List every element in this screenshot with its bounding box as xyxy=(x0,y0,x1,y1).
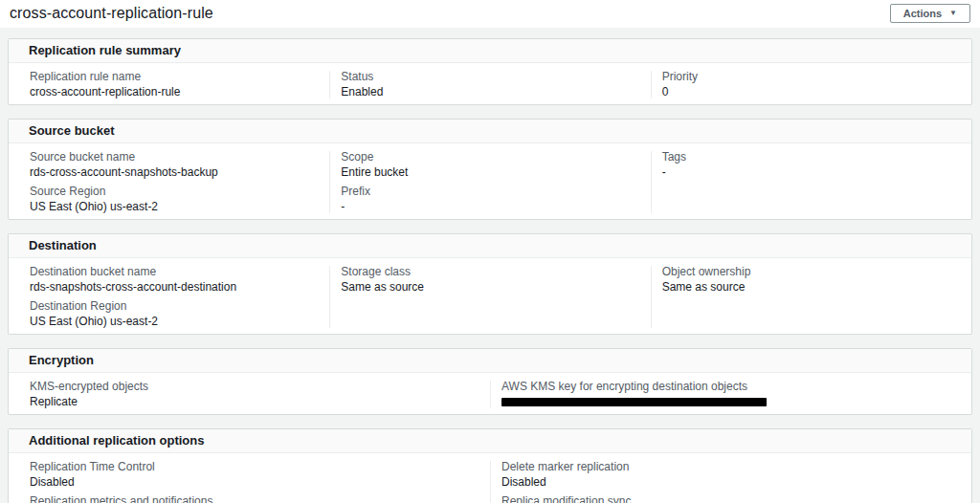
field-value: Enabled xyxy=(341,86,635,98)
field-label: Object ownership xyxy=(662,266,956,278)
field-replication-rule-name: Replication rule name cross-account-repl… xyxy=(30,71,314,98)
field-replication-metrics: Replication metrics and notifications En… xyxy=(30,495,475,503)
field-value: Disabled xyxy=(501,476,956,489)
field-object-ownership: Object ownership Same as source xyxy=(662,266,956,294)
section-body: Source bucket name rds-cross-account-sna… xyxy=(9,143,971,219)
field-value: rds-snapshots-cross-account-destination xyxy=(30,281,314,294)
section-header: Additional replication options xyxy=(9,429,971,453)
field-kms-key: AWS KMS key for encrypting destination o… xyxy=(501,381,956,406)
field-scope: Scope Entire bucket xyxy=(341,151,635,179)
section-body: Destination bucket name rds-snapshots-cr… xyxy=(9,258,971,334)
field-value: cross-account-replication-rule xyxy=(30,86,314,98)
field-value: 0 xyxy=(662,86,956,98)
field-label: KMS-encrypted objects xyxy=(30,381,475,393)
section-destination: Destination Destination bucket name rds-… xyxy=(8,233,972,335)
field-value: Same as source xyxy=(662,281,956,294)
caret-down-icon: ▼ xyxy=(949,8,957,19)
column: Object ownership Same as source xyxy=(651,266,971,328)
field-label: Prefix xyxy=(341,186,635,198)
field-label: Source Region xyxy=(30,186,314,198)
section-body: Replication Time Control Disabled Replic… xyxy=(9,453,971,503)
field-value: - xyxy=(662,166,956,179)
field-label: Tags xyxy=(662,151,956,164)
field-label: Storage class xyxy=(341,266,635,278)
field-label: Replication metrics and notifications xyxy=(30,495,475,503)
column: Storage class Same as source xyxy=(329,266,650,328)
field-label: Priority xyxy=(662,71,956,83)
field-status: Status Enabled xyxy=(341,71,635,98)
column: Priority 0 xyxy=(651,71,971,98)
section-replication-rule-summary: Replication rule summary Replication rul… xyxy=(8,38,972,105)
field-replica-modification-sync: Replica modification sync Disabled xyxy=(501,495,956,503)
column: AWS KMS key for encrypting destination o… xyxy=(490,381,971,408)
column: Replication rule name cross-account-repl… xyxy=(9,71,329,98)
field-source-region: Source Region US East (Ohio) us-east-2 xyxy=(30,186,314,213)
section-encryption: Encryption KMS-encrypted objects Replica… xyxy=(8,348,972,415)
field-label: Destination Region xyxy=(30,300,314,313)
field-value: US East (Ohio) us-east-2 xyxy=(30,201,314,213)
section-header: Destination xyxy=(9,234,971,258)
field-destination-region: Destination Region US East (Ohio) us-eas… xyxy=(30,300,314,328)
section-title: Additional replication options xyxy=(29,433,951,448)
field-source-bucket-name: Source bucket name rds-cross-account-sna… xyxy=(30,151,314,179)
field-value: US East (Ohio) us-east-2 xyxy=(30,316,314,328)
field-tags: Tags - xyxy=(662,151,956,179)
field-label: Replica modification sync xyxy=(501,495,956,503)
section-title: Encryption xyxy=(29,353,951,368)
field-label: Status xyxy=(341,71,635,83)
field-value: rds-cross-account-snapshots-backup xyxy=(30,166,314,179)
section-title: Destination xyxy=(29,238,951,253)
column: KMS-encrypted objects Replicate xyxy=(9,381,490,408)
section-body: Replication rule name cross-account-repl… xyxy=(9,63,971,104)
page-header: cross-account-replication-rule Actions ▼ xyxy=(0,0,980,28)
section-body: KMS-encrypted objects Replicate AWS KMS … xyxy=(9,373,971,414)
section-source-bucket: Source bucket Source bucket name rds-cro… xyxy=(8,119,972,220)
field-value: Disabled xyxy=(30,476,475,489)
field-label: Source bucket name xyxy=(30,151,314,164)
field-value: Same as source xyxy=(341,281,635,294)
section-title: Replication rule summary xyxy=(29,43,951,58)
section-header: Source bucket xyxy=(9,120,971,143)
field-kms-encrypted-objects: KMS-encrypted objects Replicate xyxy=(30,381,475,408)
section-header: Encryption xyxy=(9,349,971,373)
field-delete-marker-replication: Delete marker replication Disabled xyxy=(501,461,956,489)
field-label: Replication Time Control xyxy=(30,461,475,473)
field-priority: Priority 0 xyxy=(662,71,956,98)
field-label: Scope xyxy=(341,151,635,164)
section-header: Replication rule summary xyxy=(9,39,971,63)
field-storage-class: Storage class Same as source xyxy=(341,266,635,294)
field-label: AWS KMS key for encrypting destination o… xyxy=(501,381,956,393)
column: Source bucket name rds-cross-account-sna… xyxy=(9,151,329,213)
field-destination-bucket-name: Destination bucket name rds-snapshots-cr… xyxy=(30,266,314,294)
field-value: Entire bucket xyxy=(341,166,635,179)
field-label: Replication rule name xyxy=(30,71,314,83)
field-label: Destination bucket name xyxy=(30,266,314,278)
actions-button-label: Actions xyxy=(903,8,942,19)
column: Scope Entire bucket Prefix - xyxy=(329,151,650,213)
field-replication-time-control: Replication Time Control Disabled xyxy=(30,461,475,489)
column: Destination bucket name rds-snapshots-cr… xyxy=(9,266,329,328)
section-title: Source bucket xyxy=(29,123,951,139)
field-value: Replicate xyxy=(30,396,475,408)
page-content: Replication rule summary Replication rul… xyxy=(0,28,980,503)
field-label: Delete marker replication xyxy=(501,461,956,473)
actions-button[interactable]: Actions ▼ xyxy=(890,4,970,23)
kms-key-redacted-value xyxy=(501,398,767,406)
column: Status Enabled xyxy=(329,71,650,98)
column: Replication Time Control Disabled Replic… xyxy=(9,461,490,503)
column: Delete marker replication Disabled Repli… xyxy=(490,461,971,503)
field-prefix: Prefix - xyxy=(341,186,635,213)
section-additional-replication-options: Additional replication options Replicati… xyxy=(8,428,972,503)
page-title: cross-account-replication-rule xyxy=(10,5,213,22)
field-value: - xyxy=(341,201,635,213)
column: Tags - xyxy=(651,151,971,213)
